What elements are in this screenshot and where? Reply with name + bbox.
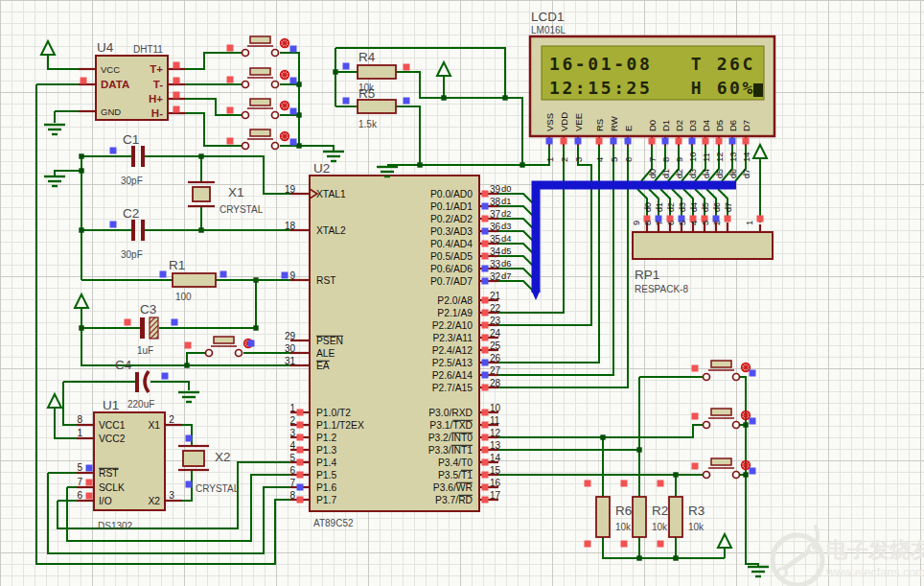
button-terminal[interactable] [272, 143, 279, 150]
resistor-body[interactable] [669, 497, 682, 537]
c1-value: 30pF [121, 176, 143, 186]
button-terminal[interactable] [272, 50, 279, 57]
net-label: d7 [724, 202, 733, 212]
pin-name: D7 [741, 120, 751, 131]
junction-dot [184, 363, 189, 367]
pin-state-square [482, 497, 489, 504]
resistor-body[interactable] [358, 100, 396, 113]
respack-body[interactable] [633, 232, 773, 259]
pin-name: P0.2/AD2 [430, 214, 473, 224]
pin-state-square [482, 472, 489, 479]
power-arrow [718, 534, 731, 548]
pin-state-square [750, 418, 756, 425]
pin-name: P3.4/T0 [438, 457, 473, 468]
capacitor-plate [141, 220, 145, 241]
button-terminal[interactable] [704, 422, 710, 429]
pin-state-square [343, 98, 350, 105]
pin-name: RS [594, 119, 605, 131]
pin-number: 14 [490, 453, 501, 463]
pin-name: ALE [316, 348, 335, 359]
junction-dot [296, 143, 301, 148]
net-label: d5 [501, 246, 511, 256]
pin-number: 37 [490, 209, 501, 220]
r5-value: 1.5k [358, 119, 378, 129]
capacitor-plate [131, 220, 135, 241]
pin-name: P3.3/INT1 [428, 445, 474, 456]
push-button[interactable] [243, 36, 279, 57]
pin-name: VCC [101, 64, 120, 75]
pin-number: 19 [285, 184, 296, 195]
junction-dot [502, 95, 507, 100]
button-terminal[interactable] [243, 82, 249, 88]
pin-number: 17 [490, 490, 501, 501]
resistor-body[interactable] [358, 65, 396, 79]
pin-name: DATA [101, 79, 129, 90]
wire [187, 353, 205, 365]
capacitor-plate [141, 146, 145, 167]
component-respack[interactable]: RP1 RESPACK-8 [633, 232, 773, 294]
ground-symbol [44, 176, 65, 186]
wire [145, 156, 290, 194]
component-ds1302[interactable]: U1 DS1302 [94, 398, 165, 531]
pin-name: D4 [701, 120, 711, 131]
pin-name: P3.1/TXD [429, 420, 473, 431]
resistor-body[interactable] [633, 497, 646, 537]
pin-number: 27 [490, 365, 501, 376]
push-button[interactable] [243, 129, 279, 150]
pin-number: 11 [490, 415, 500, 426]
r3-value: 10k [688, 522, 705, 532]
button-terminal[interactable] [704, 374, 710, 381]
push-button[interactable] [704, 409, 740, 429]
resistor-body[interactable] [173, 273, 216, 287]
push-button[interactable] [704, 458, 740, 479]
r2-value: 10k [652, 522, 668, 532]
crystal-body[interactable] [183, 451, 204, 466]
junction-dot [198, 227, 203, 232]
button-terminal[interactable] [243, 112, 249, 119]
button-terminal[interactable] [733, 472, 740, 479]
resistor-body[interactable] [596, 497, 610, 537]
button-terminal[interactable] [704, 472, 710, 479]
button-terminal[interactable] [236, 350, 243, 357]
push-button[interactable] [206, 337, 243, 357]
pin-number: 24 [490, 328, 501, 339]
schematic-canvas: U4 DHT11 U2 AT89C52 U1 DS1302 LCD1 LM016… [0, 0, 924, 586]
pin-name: PSEN [316, 336, 343, 346]
pin-state-square [482, 385, 489, 391]
c4-ref: C4 [115, 358, 132, 372]
crystal-body[interactable] [193, 187, 210, 201]
pin-name: P3.6/WR [433, 482, 473, 493]
push-button[interactable] [243, 68, 279, 88]
button-terminal[interactable] [272, 82, 279, 88]
pin-state-square [658, 481, 664, 487]
push-button[interactable] [704, 361, 740, 381]
pin-state-square [482, 484, 489, 491]
button-terminal[interactable] [243, 50, 249, 57]
wire [603, 537, 725, 558]
pin-name: T- [153, 79, 163, 90]
pin-number: 7 [647, 157, 658, 162]
pin-number: 5 [77, 462, 82, 473]
pin-number: 25 [490, 340, 501, 351]
button-terminal[interactable] [243, 143, 249, 150]
pin-state-square [621, 541, 628, 548]
pin-name: VEE [573, 113, 584, 131]
junction-dot [636, 447, 641, 452]
button-terminal[interactable] [733, 374, 740, 381]
button-terminal[interactable] [206, 350, 213, 357]
pin-name: D5 [714, 120, 725, 131]
pin-number: 8 [77, 414, 82, 425]
ground-symbol [323, 152, 344, 161]
pin-name: D0 [647, 120, 658, 131]
power-arrow [48, 394, 61, 408]
pin-state-square [86, 480, 93, 486]
pin-state-square [227, 107, 234, 114]
button-terminal[interactable] [272, 112, 279, 119]
pin-state-square [290, 139, 297, 146]
pin-number: 2 [711, 221, 722, 225]
button-terminal[interactable] [733, 422, 740, 429]
push-button[interactable] [243, 99, 279, 119]
pin-name: VCC2 [99, 434, 126, 444]
pin-name: P3.2/INT0 [428, 433, 474, 443]
lcd-part: LM016L [531, 25, 566, 35]
